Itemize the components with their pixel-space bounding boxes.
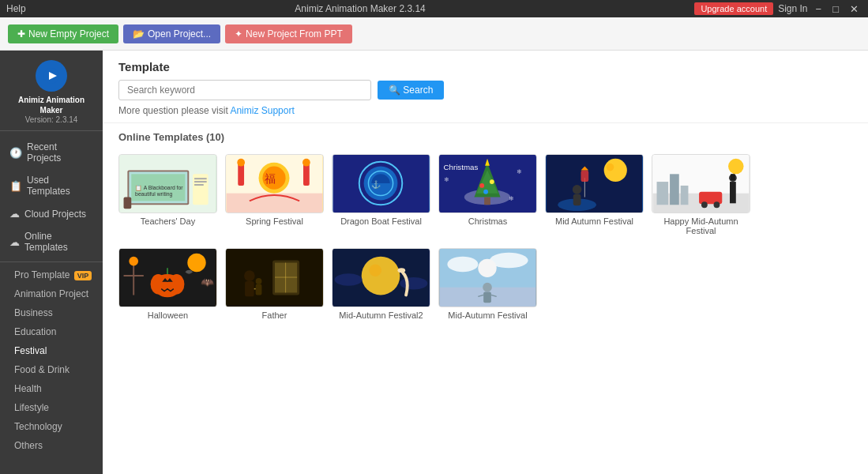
toolbar: ✚ New Empty Project 📂 Open Project... ✦ … [0,17,868,51]
plus-icon: ✚ [17,28,25,40]
template-name-mid-autumn3: Mid-Autumn Festival [438,310,537,320]
svg-point-91 [483,283,492,292]
ppt-icon: ✦ [235,28,242,40]
template-name-halloween: Halloween [118,310,217,320]
template-thumb-mid-autumn3 [438,248,537,307]
svg-point-21 [302,159,310,167]
template-name-happy-mid-autumn: Happy Mid-Autumn Festival [652,216,750,235]
svg-text:beautiful writing: beautiful writing [135,191,172,198]
sidebar-item-recent[interactable]: 🕐 Recent Projects [0,136,103,169]
sidebar-item-used[interactable]: 📋 Used Templates [0,169,103,202]
svg-point-84 [400,277,427,290]
svg-rect-45 [581,170,588,182]
template-card-christmas[interactable]: Christmas ❄ ❄ ❄ Chr [438,154,537,235]
templates-grid: 📋 A Blackboard for beautiful writing Tea… [103,146,868,340]
sidebar-sub-business[interactable]: Business [0,303,103,322]
template-card-happy-mid-autumn[interactable]: Happy Mid-Autumn Festival [652,154,750,235]
template-thumb-happy-mid-autumn [652,154,750,213]
help-link[interactable]: Help [6,3,26,14]
minimize-button[interactable]: − [813,3,825,15]
svg-point-42 [573,185,582,194]
new-from-ppt-button[interactable]: ✦ New Project From PPT [225,24,352,43]
upgrade-button[interactable]: Upgrade account [694,2,773,15]
svg-point-32 [483,190,488,194]
template-thumb-halloween: 🦇 [118,248,217,307]
template-header: Template 🔍 Search More question please v… [103,51,868,123]
sidebar-sub-lifestyle[interactable]: Lifestyle [0,398,103,417]
svg-rect-14 [227,194,323,213]
svg-text:❄: ❄ [517,168,522,175]
svg-rect-50 [681,186,689,205]
svg-point-20 [237,159,245,167]
svg-rect-92 [483,292,491,303]
template-card-spring-festival[interactable]: 福 Spring Festival [225,154,324,235]
svg-point-83 [335,273,363,286]
template-name-christmas: Christmas [438,216,537,226]
app-title: Animiz Animation Maker 2.3.14 [295,3,425,14]
svg-point-81 [362,257,400,295]
svg-rect-56 [731,174,735,180]
svg-text:Christmas: Christmas [444,163,479,171]
title-bar: Help Animiz Animation Maker 2.3.14 Upgra… [0,0,868,17]
svg-rect-48 [657,182,669,205]
svg-rect-49 [670,174,679,205]
content-area: Template 🔍 Search More question please v… [103,51,868,474]
svg-text:📋 A Blackboard for: 📋 A Blackboard for [135,184,183,191]
svg-rect-43 [573,194,581,206]
sidebar-sub-others[interactable]: Others [0,436,103,455]
svg-rect-51 [699,192,722,205]
template-name-father: Father [225,310,324,320]
sidebar: Animiz Animation Maker Version: 2.3.14 🕐… [0,51,103,474]
logo-version: Version: 2.3.14 [25,115,78,124]
search-row: 🔍 Search [118,80,852,100]
template-card-teachers-day[interactable]: 📋 A Blackboard for beautiful writing Tea… [118,154,217,235]
logo-name: Animiz Animation Maker [6,95,96,115]
support-link[interactable]: Animiz Support [230,105,294,116]
template-card-mid-autumn[interactable]: Mid Autumn Festival [545,154,644,235]
sidebar-item-cloud[interactable]: ☁ Cloud Projects [0,202,103,225]
template-thumb-mid-autumn2 [332,248,430,307]
sidebar-sub-health[interactable]: Health [0,379,103,398]
svg-rect-54 [730,182,736,203]
sidebar-sub-pro[interactable]: Pro Template VIP [0,265,103,284]
recent-icon: 🕐 [9,147,22,159]
template-card-halloween[interactable]: 🦇 Halloween [118,248,217,320]
app-logo-icon [36,60,67,92]
sidebar-sub-education[interactable]: Education [0,322,103,341]
template-card-dragon-boat[interactable]: ⚓ Dragon Boat Festival [332,154,430,235]
template-name-mid-autumn2: Mid-Autumn Festival2 [332,310,430,320]
svg-point-82 [369,264,381,276]
close-button[interactable]: ✕ [847,3,862,15]
svg-point-40 [607,164,614,171]
template-card-father[interactable]: Father [225,248,324,320]
signin-button[interactable]: Sign In [778,3,807,14]
sidebar-nav: 🕐 Recent Projects 📋 Used Templates ☁ Clo… [0,131,103,460]
template-card-mid-autumn3[interactable]: Mid-Autumn Festival [438,248,537,320]
sidebar-sub-food[interactable]: Food & Drink [0,360,103,379]
sidebar-divider [0,261,103,262]
svg-rect-9 [194,178,207,179]
template-thumb-mid-autumn [545,154,644,213]
svg-text:⚓: ⚓ [371,179,381,190]
svg-point-90 [478,259,496,277]
sidebar-sub-technology[interactable]: Technology [0,417,103,436]
svg-point-75 [244,270,255,281]
sidebar-logo: Animiz Animation Maker Version: 2.3.14 [0,51,103,131]
sidebar-sub-festival[interactable]: Festival [0,341,103,360]
maximize-button[interactable]: □ [829,3,842,15]
search-button[interactable]: 🔍 Search [378,81,444,100]
template-name-mid-autumn: Mid Autumn Festival [545,216,644,226]
sidebar-sub-animation[interactable]: Animation Project [0,284,103,303]
new-empty-button[interactable]: ✚ New Empty Project [8,24,118,43]
svg-point-57 [728,159,743,174]
sidebar-item-online[interactable]: ☁ Online Templates [0,225,103,258]
open-project-button[interactable]: 📂 Open Project... [123,24,220,43]
search-input[interactable] [118,80,371,100]
main-area: Animiz Animation Maker Version: 2.3.14 🕐… [0,51,868,474]
svg-rect-76 [245,281,254,296]
template-name-spring-festival: Spring Festival [225,216,324,226]
template-card-mid-autumn2[interactable]: Mid-Autumn Festival2 [332,248,430,320]
svg-text:🦇: 🦇 [201,276,214,289]
svg-point-68 [129,257,138,266]
support-text: More question please visit Animiz Suppor… [118,105,852,116]
